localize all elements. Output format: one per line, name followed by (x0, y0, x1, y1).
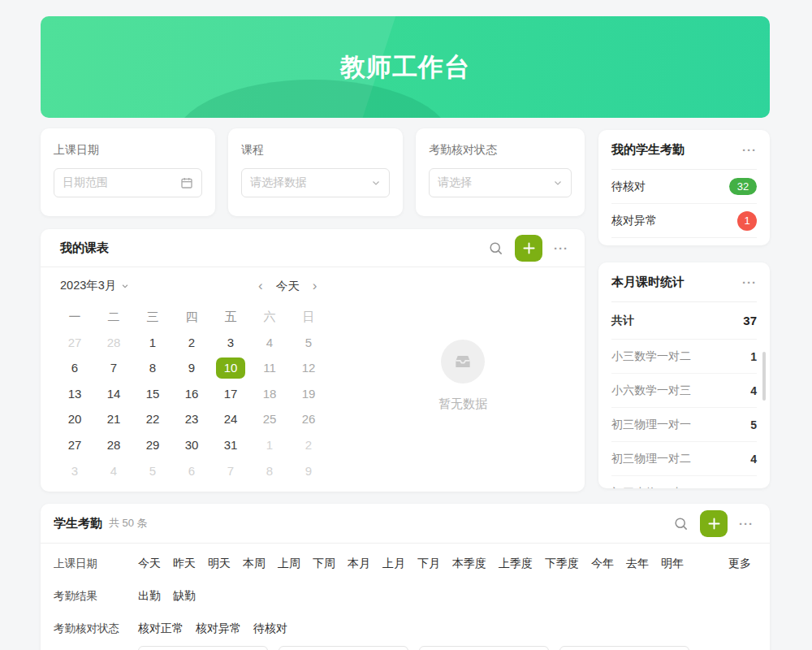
calendar-day[interactable]: 31 (211, 432, 250, 458)
filter-options: 今天昨天明天本周上周下周本月上月下月本季度上季度下季度今年去年明年 (138, 557, 684, 571)
calendar-day[interactable]: 24 (211, 406, 250, 432)
calendar-day[interactable]: 7 (211, 458, 250, 484)
date-range-input[interactable]: 日期范围 (54, 168, 202, 197)
student-attendance-card: 学生考勤 共 50 条 ··· 上课日期今天昨天明天本周上周下周本月上月下月本季… (41, 504, 770, 650)
filter-option[interactable]: 下周 (313, 557, 335, 571)
more-menu-icon[interactable]: ··· (554, 242, 568, 254)
course-select[interactable]: 请选择数据 (241, 168, 390, 197)
calendar-day[interactable]: 23 (172, 406, 211, 432)
calendar-day[interactable]: 18 (250, 381, 289, 407)
filter-option[interactable]: 核对正常 (138, 622, 184, 636)
more-menu-icon[interactable]: ··· (742, 276, 757, 288)
add-button[interactable] (515, 235, 542, 262)
input-placeholder: 日期范围 (63, 176, 108, 190)
filter-option[interactable]: 今年 (591, 557, 614, 571)
pending-check-row[interactable]: 待核对 32 (611, 170, 757, 204)
calendar-day[interactable]: 4 (94, 458, 133, 484)
calendar-day[interactable]: 9 (289, 458, 328, 484)
calendar-day[interactable]: 21 (94, 406, 133, 432)
search-icon[interactable] (488, 240, 503, 256)
calendar-day[interactable]: 16 (172, 381, 211, 407)
calendar-day[interactable]: 9 (172, 355, 211, 381)
calendar-day[interactable]: 3 (211, 330, 250, 356)
filter-option[interactable]: 本月 (348, 557, 370, 571)
filter-label: 课程 (241, 143, 390, 158)
course-hours: 4 (750, 384, 757, 397)
filter-option[interactable]: 明年 (661, 557, 684, 571)
month-selector[interactable]: 2023年3月 (60, 278, 129, 293)
check-status-select[interactable]: 请选择 (429, 168, 572, 197)
filter-option[interactable]: 明天 (208, 557, 231, 571)
filter-option[interactable]: 本周 (243, 557, 266, 571)
abnormal-check-row[interactable]: 核对异常 1 (611, 204, 757, 238)
calendar-day[interactable]: 1 (133, 330, 172, 356)
scrollbar-thumb[interactable] (762, 352, 766, 401)
filter-input[interactable] (138, 646, 268, 650)
filter-option[interactable]: 上周 (278, 557, 300, 571)
calendar-day[interactable]: 6 (55, 355, 94, 381)
stats-row: 初三物理一对二4 (611, 442, 757, 476)
prev-month-icon[interactable]: ‹ (258, 278, 263, 294)
more-button[interactable]: 更多 (728, 557, 751, 571)
calendar-day[interactable]: 11 (250, 355, 289, 381)
calendar-day[interactable]: 28 (94, 432, 133, 458)
filter-option[interactable]: 昨天 (173, 557, 196, 571)
add-button[interactable] (700, 510, 728, 537)
calendar-day[interactable]: 2 (289, 432, 328, 458)
calendar-day[interactable]: 29 (133, 432, 172, 458)
calendar-day[interactable]: 28 (94, 330, 133, 356)
filter-option[interactable]: 待核对 (253, 622, 287, 636)
filter-option[interactable]: 上月 (382, 557, 405, 571)
calendar-day[interactable]: 22 (133, 406, 172, 432)
calendar-day[interactable]: 13 (55, 381, 94, 407)
calendar-day[interactable]: 15 (133, 381, 172, 407)
calendar-day[interactable]: 5 (133, 458, 172, 484)
calendar-day[interactable]: 20 (55, 406, 94, 432)
filter-option[interactable]: 下月 (417, 557, 440, 571)
calendar-day[interactable]: 8 (133, 355, 172, 381)
filter-option[interactable]: 上季度 (499, 557, 533, 571)
calendar-day[interactable]: 27 (55, 330, 94, 356)
more-menu-icon[interactable]: ··· (742, 144, 757, 156)
filter-option[interactable]: 核对异常 (196, 622, 241, 636)
calendar-day[interactable]: 26 (289, 406, 328, 432)
row-label: 核对异常 (611, 214, 657, 228)
calendar-day[interactable]: 2 (172, 330, 211, 356)
calendar-day[interactable]: 19 (289, 381, 328, 407)
search-icon[interactable] (673, 516, 689, 531)
next-month-icon[interactable]: › (313, 278, 317, 294)
calendar-day[interactable]: 30 (172, 432, 211, 458)
calendar-day[interactable]: 3 (55, 458, 94, 484)
calendar-day[interactable]: 1 (250, 432, 289, 458)
filter-option[interactable]: 去年 (626, 557, 649, 571)
filter-option[interactable]: 缺勤 (173, 589, 196, 604)
day-number: 21 (99, 409, 128, 430)
day-number: 2 (294, 435, 323, 456)
calendar-day[interactable]: 5 (289, 330, 328, 356)
section-title: 学生考勤 (54, 516, 102, 531)
calendar-day[interactable]: 4 (250, 330, 289, 356)
filter-option[interactable]: 下季度 (545, 557, 579, 571)
day-number: 18 (255, 384, 284, 405)
calendar-day[interactable]: 14 (94, 381, 133, 407)
count-badge-green: 32 (729, 178, 757, 195)
filter-option[interactable]: 出勤 (138, 589, 161, 604)
today-button[interactable]: 今天 (276, 279, 300, 294)
filter-input[interactable] (279, 646, 408, 650)
filter-input[interactable] (419, 646, 549, 650)
calendar-day[interactable]: 25 (250, 406, 289, 432)
day-number: 4 (255, 332, 284, 353)
calendar-day[interactable]: 27 (55, 432, 94, 458)
calendar-day[interactable]: 17 (211, 381, 250, 407)
calendar-day[interactable]: 12 (289, 355, 328, 381)
calendar-day[interactable]: 7 (94, 355, 133, 381)
calendar-day[interactable]: 8 (250, 458, 289, 484)
filter-option[interactable]: 今天 (138, 557, 161, 571)
day-number: 29 (138, 435, 167, 456)
filter-option[interactable]: 本季度 (452, 557, 486, 571)
filter-input[interactable] (559, 646, 689, 650)
more-menu-icon[interactable]: ··· (739, 518, 754, 530)
day-number: 11 (255, 358, 284, 379)
calendar-day-selected[interactable]: 10 (211, 355, 250, 381)
calendar-day[interactable]: 6 (172, 458, 211, 484)
